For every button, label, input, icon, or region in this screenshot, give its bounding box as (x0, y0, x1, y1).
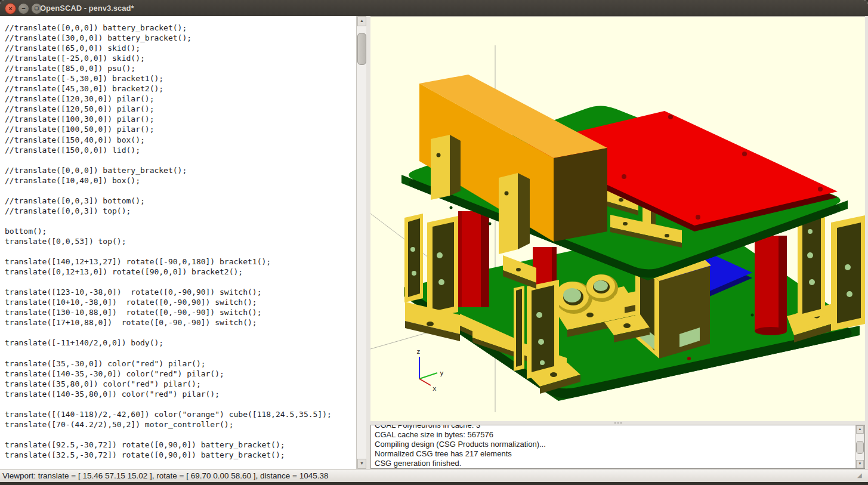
viewport-status-text: Viewport: translate = [ 15.46 57.15 15.0… (2, 469, 329, 483)
console-scroll-up-icon[interactable]: ▲ (856, 425, 864, 434)
console-scrollbar-thumb[interactable] (856, 441, 864, 454)
axis-y-label: y (440, 369, 444, 377)
titlebar[interactable]: × − ▢ OpenSCAD - penv3.scad* (0, 0, 868, 17)
window-bottom-edge (0, 482, 868, 485)
editor-scrollbar[interactable]: ▲ ▼ (356, 16, 367, 469)
openscad-window: × − ▢ OpenSCAD - penv3.scad* //translate… (0, 0, 868, 485)
right-switch-bracket (787, 209, 865, 342)
scroll-up-icon[interactable]: ▲ (357, 16, 366, 26)
code-editor[interactable]: //translate([0,0,0]) battery_bracket();/… (0, 16, 357, 469)
status-bar: Viewport: translate = [ 15.46 57.15 15.0… (0, 469, 868, 483)
console-scroll-down-icon[interactable]: ▼ (856, 460, 864, 468)
3d-viewport[interactable]: z y x (370, 16, 865, 422)
left-switch-bracket (404, 214, 460, 341)
console-panel[interactable]: CGAL Polyhedrons in cache: 3CGAL cache s… (370, 425, 865, 469)
battery-bracket-a (431, 135, 461, 200)
window-title: OpenSCAD - penv3.scad* (40, 0, 134, 16)
console-scrollbar[interactable]: ▲ ▼ (855, 425, 864, 468)
close-button[interactable]: × (5, 3, 16, 14)
resize-grip-icon[interactable]: ◢ (857, 471, 866, 480)
render-canvas: z y x (370, 17, 865, 422)
console-output: CGAL Polyhedrons in cache: 3CGAL cache s… (375, 425, 854, 469)
red-pillar-right (755, 236, 787, 335)
editor-scrollbar-thumb[interactable] (357, 33, 366, 65)
right-gutter (865, 16, 868, 469)
scroll-down-icon[interactable]: ▼ (357, 459, 366, 469)
red-pillar-left (458, 211, 489, 307)
axis-x-label: x (433, 385, 437, 393)
battery-bracket-b (499, 173, 530, 254)
axis-z-label: z (416, 348, 421, 356)
axis-gizmo: z y x (416, 348, 444, 393)
vertical-splitter[interactable] (366, 16, 370, 469)
minimize-button[interactable]: − (18, 3, 29, 14)
editor-code: //translate([0,0,0]) battery_bracket();/… (5, 23, 332, 460)
